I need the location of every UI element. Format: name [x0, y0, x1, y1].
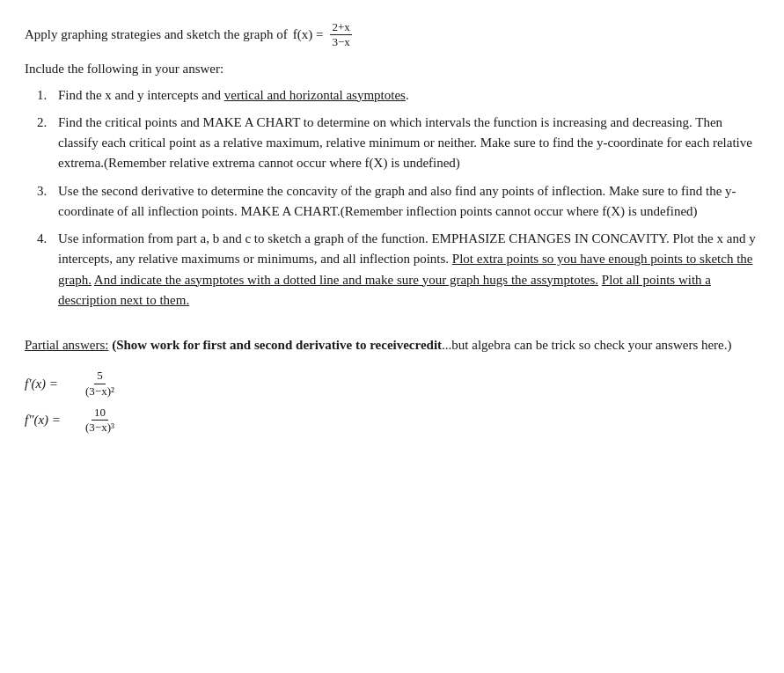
step-3-content: Use the second derivative to determine t…	[58, 181, 759, 223]
second-deriv-denominator: (3−x)³	[83, 421, 117, 434]
title-fraction-denominator: 3−x	[330, 35, 351, 48]
include-label: Include the following in your answer:	[25, 62, 223, 76]
step-3-num: 3.	[37, 181, 53, 223]
step-4-underline-2: And indicate the asymptotes with a dotte…	[94, 273, 598, 287]
partial-title-bold: (Show work for first and second derivati…	[112, 338, 442, 352]
first-deriv-label: f′(x) =	[25, 377, 77, 391]
steps-list: 1. Find the x and y intercepts and verti…	[37, 85, 759, 311]
step-1-text-after: .	[406, 88, 409, 102]
step-2-content: Find the critical points and MAKE A CHAR…	[58, 113, 759, 174]
first-deriv-fraction: 5 (3−x)²	[83, 369, 117, 398]
second-derivative-line: f″(x) = 10 (3−x)³	[25, 406, 759, 435]
step-2-num: 2.	[37, 113, 53, 174]
first-derivative-line: f′(x) = 5 (3−x)²	[25, 369, 759, 398]
step-1-text-before: Find the x and y intercepts and	[58, 88, 224, 102]
second-deriv-numerator: 10	[92, 406, 108, 421]
function-notation: f(x) =	[293, 27, 324, 42]
partial-title-rest: ...but algebra can be trick so check you…	[442, 338, 731, 352]
step-4-content: Use information from part a, b and c to …	[58, 229, 759, 311]
step-1-num: 1.	[37, 85, 53, 106]
partial-title-underline: Partial answers:	[25, 338, 108, 352]
partial-section: Partial answers: (Show work for first an…	[25, 335, 759, 434]
step-1: 1. Find the x and y intercepts and verti…	[37, 85, 759, 106]
step-1-content: Find the x and y intercepts and vertical…	[58, 85, 759, 106]
step-4: 4. Use information from part a, b and c …	[37, 229, 759, 311]
step-4-num: 4.	[37, 229, 53, 311]
partial-title: Partial answers: (Show work for first an…	[25, 335, 759, 355]
step-3: 3. Use the second derivative to determin…	[37, 181, 759, 223]
second-deriv-italic: f	[25, 413, 28, 427]
second-deriv-fraction: 10 (3−x)³	[83, 406, 117, 435]
title-fraction-numerator: 2+x	[330, 21, 351, 35]
include-line: Include the following in your answer:	[25, 62, 759, 77]
title-line: Apply graphing strategies and sketch the…	[25, 21, 759, 49]
first-deriv-denominator: (3−x)²	[83, 384, 117, 398]
step-2: 2. Find the critical points and MAKE A C…	[37, 113, 759, 174]
title-fraction: 2+x 3−x	[330, 21, 351, 49]
first-deriv-numerator: 5	[94, 369, 106, 384]
step-1-link: vertical and horizontal asymptotes	[224, 88, 406, 102]
second-deriv-label: f″(x) =	[25, 413, 77, 428]
derivative-block: f′(x) = 5 (3−x)² f″(x) = 10 (3−x)³	[25, 369, 759, 434]
title-prefix: Apply graphing strategies and sketch the…	[25, 27, 288, 42]
first-deriv-italic: f	[25, 377, 28, 391]
